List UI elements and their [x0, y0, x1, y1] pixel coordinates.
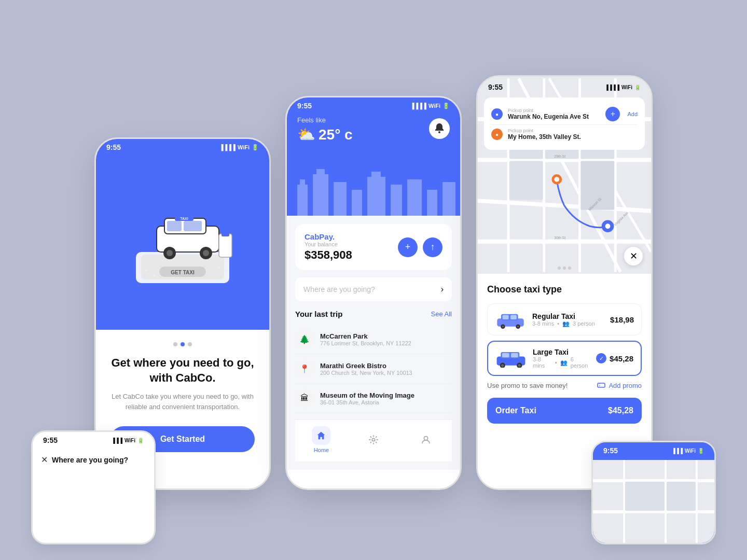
wifi-icon: WiFi: [238, 144, 250, 150]
phone5-map: [593, 460, 716, 543]
order-taxi-button[interactable]: Order Taxi $45,28: [487, 398, 642, 424]
regular-taxi-car: [495, 310, 526, 329]
map-container: 24th St 29th St 30th St Mission St Virgi…: [478, 77, 651, 274]
svg-rect-14: [219, 234, 232, 257]
svg-rect-15: [222, 230, 229, 236]
wifi-icon: WiFi: [428, 103, 440, 109]
cabpay-info: CabPay. Your balance $358,908: [305, 232, 352, 262]
order-price: $45,28: [608, 406, 633, 415]
regular-capacity: 3 person: [573, 320, 595, 327]
trip-addr-2: 200 Church St, New York, NY 10013: [320, 370, 412, 376]
where-label: Where are you going?: [52, 456, 128, 464]
pickup-overlay: ● Pickup point Warunk No, Eugenia Ave St…: [484, 97, 645, 150]
check-icon: ✓: [596, 353, 606, 363]
svg-rect-71: [511, 353, 518, 358]
trip-item-1[interactable]: 🌲 McCarren Park 776 Lorimer St, Brooklyn…: [295, 325, 452, 354]
bottom-navigation: Home: [295, 419, 452, 461]
pickup-dot-2: ●: [491, 129, 503, 140]
phone1-hero: GET TAXI TAXI: [96, 153, 269, 330]
close-button[interactable]: ✕: [41, 455, 48, 465]
svg-point-19: [226, 272, 228, 274]
svg-rect-7: [184, 221, 202, 231]
temperature: ⛅ 25° c: [297, 126, 450, 143]
phone5-status-icons: ▐▐▐ WiFi 🔋: [672, 448, 704, 454]
nav-profile[interactable]: [417, 430, 435, 449]
where-input[interactable]: Where are you going? ›: [295, 277, 452, 301]
add-money-button[interactable]: +: [398, 237, 418, 257]
cabpay-actions: + ↑: [398, 237, 442, 257]
svg-rect-29: [407, 179, 422, 216]
pickup-name-1: Warunk No, Eugenia Ave St: [508, 113, 600, 120]
svg-point-67: [517, 326, 519, 327]
see-all-link[interactable]: See All: [431, 310, 452, 318]
dot-3: [188, 342, 192, 346]
large-taxi-meta: 3-8 mins • 👥 6 person: [533, 356, 590, 369]
phone4-status-icons: ▐▐▐ WiFi 🔋: [112, 438, 144, 443]
battery-icon: 🔋: [442, 103, 450, 109]
trip-name-2: Marathi Greek Bistro: [320, 362, 412, 370]
promo-text: Use promo to save money!: [487, 382, 568, 389]
settings-icon-wrap: [364, 430, 383, 449]
feels-like-label: Feels like: [297, 116, 450, 124]
phone2-status-icons: ▐▐▐▐ WiFi 🔋: [410, 103, 450, 109]
nav-home[interactable]: Home: [312, 426, 330, 453]
promo-row: Use promo to save money! Add promo: [487, 381, 642, 389]
signal-icon: ▐▐▐▐: [219, 144, 236, 150]
svg-point-13: [203, 250, 209, 256]
chevron-right-icon: ›: [441, 285, 444, 294]
pickup-info-2: Pickup point My Home, 35th Valley St.: [508, 128, 638, 141]
phone1-time: 9:55: [106, 143, 121, 151]
phone2-status-bar: 9:55 ▐▐▐▐ WiFi 🔋: [287, 97, 460, 112]
svg-point-65: [502, 326, 504, 327]
battery-icon: 🔋: [252, 144, 259, 151]
battery-icon: 🔋: [137, 438, 144, 443]
regular-taxi-option[interactable]: Regular Taxi 3-8 mins • 👥 3 person $18,9…: [487, 303, 642, 335]
pickup-label-2: Pickup point: [508, 128, 638, 133]
send-money-button[interactable]: ↑: [423, 237, 442, 257]
phone1-status-bar: 9:55 ▐▐▐▐ WiFi 🔋: [96, 139, 269, 153]
regular-taxi-name: Regular Taxi: [532, 312, 604, 320]
add-pickup-button[interactable]: +: [605, 107, 620, 121]
phone5-time: 9:55: [603, 446, 618, 455]
person-icon: 👥: [562, 320, 570, 327]
choose-taxi-title: Choose taxi type: [487, 284, 642, 295]
phone1-title: Get where you need to go, with CabCo.: [110, 356, 255, 385]
order-label: Order Taxi: [495, 406, 536, 415]
ticket-icon: [597, 381, 605, 389]
map-dot-2: [563, 267, 566, 270]
phone2-hero: Feels like ⛅ 25° c: [287, 112, 460, 216]
svg-rect-23: [316, 169, 325, 177]
svg-point-75: [518, 364, 521, 367]
svg-point-34: [424, 437, 427, 440]
dot-1: [173, 342, 177, 346]
phone-2: 9:55 ▐▐▐▐ WiFi 🔋: [285, 96, 462, 490]
add-promo-button[interactable]: Add promo: [597, 381, 642, 389]
trip-item-2[interactable]: 📍 Marathi Greek Bistro 200 Church St, Ne…: [295, 354, 452, 384]
dot-separator: •: [555, 359, 557, 366]
trip-name-3: Museum of the Moving Image: [320, 391, 414, 399]
pickup-dot-1: ●: [491, 108, 503, 120]
large-taxi-option[interactable]: Large Taxi 3-8 mins • 👥 6 person ✓ $45,2…: [487, 341, 642, 376]
trip-name-1: McCarren Park: [320, 332, 411, 340]
svg-rect-30: [427, 190, 437, 216]
svg-rect-28: [391, 185, 402, 216]
svg-text:30th St: 30th St: [554, 236, 565, 240]
trip-icon-1: 🌲: [295, 330, 314, 348]
svg-rect-27: [371, 172, 381, 179]
trip-item-3[interactable]: 🏛 Museum of the Moving Image 36-01 35th …: [295, 384, 452, 413]
large-capacity: 6 person: [571, 356, 590, 369]
svg-rect-63: [510, 315, 517, 319]
map-dot-3: [568, 267, 571, 270]
nav-settings[interactable]: [364, 430, 383, 449]
trip-info-2: Marathi Greek Bistro 200 Church St, New …: [320, 362, 412, 376]
svg-rect-6: [167, 221, 182, 231]
close-map-button[interactable]: ✕: [624, 247, 643, 265]
svg-point-18: [218, 267, 220, 269]
map-dots: [558, 267, 571, 270]
settings-icon: [369, 435, 378, 444]
cabpay-card: CabPay. Your balance $358,908 + ↑: [295, 224, 452, 270]
svg-rect-21: [300, 179, 305, 187]
dot-2: [181, 342, 185, 346]
city-background: [287, 164, 460, 216]
large-taxi-car: [495, 349, 527, 368]
